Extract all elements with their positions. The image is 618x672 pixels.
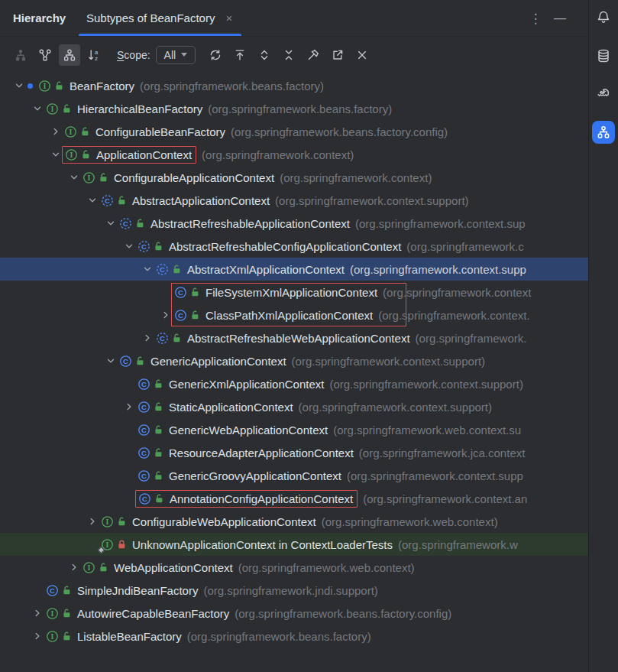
public-lock-icon (190, 310, 201, 320)
refresh-icon[interactable] (205, 44, 226, 66)
notifications-bell-icon[interactable] (592, 6, 615, 29)
minimize-icon[interactable]: — (550, 0, 570, 37)
tree-row-GenericGroovyApplicationContext[interactable]: CGenericGroovyApplicationContext(org.spr… (0, 464, 588, 487)
class-hierarchy-icon (10, 44, 31, 66)
class-name: AbstractRefreshableApplicationContext (150, 217, 350, 230)
hierarchy-icon[interactable] (592, 121, 615, 144)
package-name: (org.springframework.context.sup (355, 217, 526, 230)
tree-row-ListableBeanFactory[interactable]: IListableBeanFactory(org.springframework… (0, 625, 588, 648)
tree-row-AbstractApplicationContext[interactable]: CAbstractApplicationContext(org.springfr… (0, 189, 588, 212)
chevron-right-icon[interactable] (47, 125, 64, 138)
chevron-right-icon[interactable] (121, 401, 138, 413)
abstract-class-icon: C (138, 240, 151, 253)
tree-row-GenericWebApplicationContext[interactable]: CGenericWebApplicationContext(org.spring… (0, 418, 588, 441)
tree-row-AbstractRefreshableApplicationContext[interactable]: CAbstractRefreshableApplicationContext(o… (0, 212, 588, 235)
public-lock-icon (172, 333, 183, 343)
tree-row-ResourceAdapterApplicationContext[interactable]: CResourceAdapterApplicationContext(org.s… (0, 441, 588, 464)
chevron-right-icon[interactable] (66, 561, 83, 573)
chevron-right-icon[interactable] (84, 515, 101, 528)
chevron-spacer (121, 469, 138, 482)
chevron-down-icon[interactable] (102, 355, 119, 367)
class-icon: C (174, 309, 188, 322)
svg-text:C: C (141, 472, 147, 480)
collapse-all-icon[interactable] (278, 44, 299, 66)
tree-row-ApplicationContext[interactable]: IApplicationContext(org.springframework.… (0, 143, 588, 166)
expand-all-icon[interactable] (254, 44, 275, 66)
chevron-right-icon[interactable] (139, 332, 156, 344)
package-name: (org.springframework.beans.factory) (208, 102, 392, 115)
pin-icon[interactable] (303, 44, 324, 66)
package-name: (org.springframework.web.context.su (333, 424, 521, 437)
gradle-icon[interactable] (592, 83, 615, 106)
tree-row-AbstractXmlApplicationContext[interactable]: CAbstractXmlApplicationContext(org.sprin… (0, 258, 588, 281)
chevron-right-icon[interactable] (29, 607, 46, 619)
tree-row-ClassPathXmlApplicationContext[interactable]: CClassPathXmlApplicationContext(org.spri… (0, 304, 588, 326)
chevron-down-icon[interactable] (29, 102, 46, 115)
chevron-down-icon[interactable] (121, 240, 138, 252)
tree-row-GenericApplicationContext[interactable]: CGenericApplicationContext(org.springfra… (0, 349, 588, 372)
tree-row-ConfigurableApplicationContext[interactable]: IConfigurableApplicationContext(org.spri… (0, 166, 588, 189)
svg-text:C: C (178, 288, 183, 297)
chevron-down-icon[interactable] (66, 171, 83, 183)
database-icon[interactable] (592, 44, 615, 67)
svg-text:C: C (142, 495, 147, 503)
tree-row-ConfigurableWebApplicationContext[interactable]: IConfigurableWebApplicationContext(org.s… (0, 510, 588, 533)
close-icon[interactable] (351, 44, 373, 66)
chevron-down-icon[interactable] (84, 194, 101, 206)
subtypes-hierarchy-icon[interactable] (59, 44, 80, 66)
tab-close-icon[interactable]: × (225, 11, 232, 24)
package-name: (org.springframework.context) (280, 171, 432, 184)
chevron-down-icon[interactable] (11, 80, 28, 92)
sort-alphabetically-icon[interactable]: az (83, 44, 105, 66)
tree-row-AutowireCapableBeanFactory[interactable]: IAutowireCapableBeanFactory(org.springfr… (0, 602, 588, 625)
tree-row-AbstractRefreshableWebApplicationContext[interactable]: CAbstractRefreshableWebApplicationContex… (0, 326, 588, 349)
class-name: GenericXmlApplicationContext (169, 378, 324, 391)
supertypes-hierarchy-icon[interactable] (34, 44, 56, 66)
more-options-icon[interactable]: ⋮ (526, 0, 545, 37)
class-name: ClassPathXmlApplicationContext (205, 309, 373, 322)
package-name: (org.springframework.context (383, 286, 531, 299)
abstract-class-icon: C (156, 332, 170, 345)
svg-text:C: C (160, 265, 165, 274)
chevron-right-icon[interactable] (157, 309, 174, 321)
public-lock-icon (172, 264, 183, 274)
chevron-down-icon[interactable] (102, 217, 119, 229)
chevron-down-icon[interactable] (139, 263, 156, 275)
open-in-new-window-icon[interactable] (327, 44, 348, 66)
class-name: AbstractXmlApplicationContext (187, 263, 345, 276)
chevron-right-icon[interactable] (29, 630, 46, 642)
panel-title: Hierarchy (0, 0, 76, 36)
class-name: BeanFactory (70, 80, 134, 93)
svg-text:I: I (70, 128, 73, 136)
move-up-icon[interactable] (229, 44, 251, 66)
tree-row-ConfigurableBeanFactory[interactable]: IConfigurableBeanFactory(org.springframe… (0, 120, 588, 143)
tree-row-FileSystemXmlApplicationContext[interactable]: CFileSystemXmlApplicationContext(org.spr… (0, 281, 588, 304)
public-lock-icon (99, 562, 109, 573)
public-lock-icon (62, 103, 73, 114)
tab-subtypes-of-beanfactory[interactable]: Subtypes of BeanFactory × (79, 0, 241, 36)
tree-row-UnknownApplicationContext[interactable]: IUnknownApplicationContext in ContextLoa… (0, 533, 588, 556)
tree-row-WebApplicationContext[interactable]: IWebApplicationContext(org.springframewo… (0, 556, 588, 579)
class-name: ApplicationContext (96, 148, 192, 161)
tree-row-HierarchicalBeanFactory[interactable]: IHierarchicalBeanFactory(org.springframe… (0, 97, 588, 120)
class-name: SimpleJndiBeanFactory (77, 584, 198, 597)
tree-row-SimpleJndiBeanFactory[interactable]: CSimpleJndiBeanFactory(org.springframewo… (0, 579, 588, 602)
package-name: (org.springframework.context.support) (292, 355, 485, 368)
class-name: AutowireCapableBeanFactory (77, 607, 229, 620)
svg-text:I: I (51, 105, 54, 113)
tree-row-StaticApplicationContext[interactable]: CStaticApplicationContext(org.springfram… (0, 395, 588, 418)
interface-icon: I (101, 515, 115, 528)
package-name: (org.springframework.context.support) (299, 401, 492, 414)
tree-row-GenericXmlApplicationContext[interactable]: CGenericXmlApplicationContext(org.spring… (0, 372, 588, 395)
package-name: (org.springframework.beans.factory) (140, 80, 324, 93)
public-lock-icon (135, 218, 146, 229)
tree-row-BeanFactory[interactable]: IBeanFactory(org.springframework.beans.f… (0, 74, 588, 97)
svg-text:C: C (50, 586, 55, 595)
scope-dropdown[interactable]: All (156, 46, 196, 64)
svg-text:z: z (95, 55, 98, 62)
tree-row-AnnotationConfigApplicationContext[interactable]: CAnnotationConfigApplicationContext(org.… (0, 487, 588, 510)
class-name: AnnotationConfigApplicationContext (170, 492, 353, 505)
svg-text:C: C (160, 334, 165, 342)
tree-row-AbstractRefreshableConfigApplicationContext[interactable]: CAbstractRefreshableConfigApplicationCon… (0, 235, 588, 258)
class-name: WebApplicationContext (114, 561, 233, 574)
